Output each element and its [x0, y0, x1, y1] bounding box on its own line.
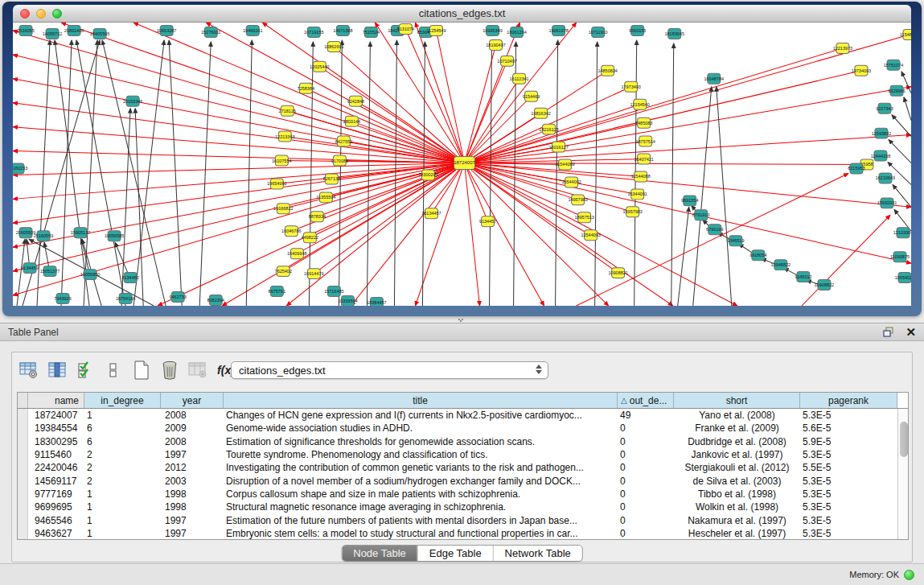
- column-header-title[interactable]: title: [224, 393, 618, 408]
- cell[interactable]: Corpus callosum shape and size in male p…: [224, 488, 618, 500]
- column-header-in_degree[interactable]: in_degree: [84, 393, 161, 408]
- graph-node[interactable]: 16210643: [876, 173, 895, 183]
- cell[interactable]: Wolkin et al. (1998): [674, 501, 800, 513]
- table-row[interactable]: 946362711997Embryonic stem cells: a mode…: [18, 527, 897, 540]
- cell[interactable]: Investigating the contribution of common…: [224, 462, 618, 473]
- table-row[interactable]: 1456911722003Disruption of a novel membe…: [18, 474, 897, 487]
- cell[interactable]: Stergiakouli et al. (2012): [674, 462, 800, 473]
- tab-network-table[interactable]: Network Table: [494, 546, 582, 561]
- cell[interactable]: 18300295: [28, 436, 84, 447]
- graph-node[interactable]: 18757514: [635, 136, 655, 146]
- cell[interactable]: 1: [84, 528, 161, 539]
- graph-node[interactable]: 9227343: [876, 103, 893, 113]
- graph-node[interactable]: 9462733: [169, 292, 186, 303]
- cell[interactable]: Tibbo et al. (1998): [674, 488, 800, 500]
- graph-node[interactable]: 16112341: [510, 73, 529, 84]
- cell[interactable]: 5.3E-5: [800, 501, 897, 513]
- cell[interactable]: 0: [618, 501, 674, 513]
- graph-node[interactable]: 18957513: [574, 212, 593, 223]
- cell[interactable]: Jankovic et al. (1997): [674, 449, 800, 460]
- cell[interactable]: Dudbridge et al. (2008): [674, 436, 800, 447]
- graph-node[interactable]: 9560155: [629, 25, 646, 35]
- table-row[interactable]: 946554611997Estimation of the future num…: [18, 513, 897, 526]
- column-header-short[interactable]: short: [674, 393, 800, 408]
- graph-node[interactable]: 8267130: [323, 174, 340, 184]
- minimize-window-button[interactable]: [36, 9, 46, 19]
- graph-node[interactable]: 10711910: [589, 27, 608, 37]
- cell[interactable]: 2009: [161, 422, 224, 434]
- cell[interactable]: 1998: [161, 488, 224, 500]
- cell[interactable]: 1: [84, 515, 161, 526]
- cell[interactable]: 49: [618, 410, 674, 421]
- graph-node[interactable]: 8215953: [848, 163, 864, 174]
- cell[interactable]: 1997: [161, 515, 224, 526]
- cell[interactable]: Tourette syndrome. Phenomenology and cla…: [224, 449, 618, 460]
- graph-node[interactable]: 15051377: [40, 266, 60, 277]
- graph-node[interactable]: 9891554: [681, 196, 698, 206]
- cell[interactable]: 14569117: [28, 476, 84, 487]
- graph-node[interactable]: 14671388: [333, 25, 352, 35]
- graph-node[interactable]: 2516055: [17, 25, 34, 35]
- table-row[interactable]: 1830029562008Estimation of significance …: [18, 435, 897, 448]
- graph-node[interactable]: 2803144: [343, 116, 360, 126]
- graph-node[interactable]: 12444158: [871, 150, 890, 161]
- graph-node[interactable]: 16544092: [561, 177, 581, 187]
- graph-node[interactable]: 11090875: [890, 252, 910, 262]
- cell[interactable]: 5.9E-5: [800, 436, 897, 447]
- new-column-icon[interactable]: [131, 360, 152, 381]
- graph-node[interactable]: 10954022: [895, 273, 911, 283]
- cell[interactable]: Hescheler et al. (1997): [674, 528, 800, 539]
- cell[interactable]: 2012: [161, 462, 224, 473]
- graph-node[interactable]: 8675791: [269, 286, 285, 297]
- cell[interactable]: 5.6E-5: [800, 422, 897, 434]
- cell[interactable]: 2: [84, 476, 161, 487]
- cell[interactable]: 6: [84, 422, 161, 434]
- cell[interactable]: Structural magnetic resonance image aver…: [224, 501, 618, 513]
- cell[interactable]: 2003: [161, 476, 224, 487]
- tab-node-table[interactable]: Node Table: [342, 546, 418, 561]
- cell[interactable]: 5.3E-5: [800, 488, 897, 500]
- graph-node[interactable]: 4498222: [302, 233, 318, 243]
- cell[interactable]: 5.3E-5: [800, 528, 897, 539]
- graph-node[interactable]: 8131074: [397, 23, 414, 34]
- cell[interactable]: 9115460: [28, 449, 84, 460]
- graph-node[interactable]: 15716485: [324, 286, 343, 297]
- cell[interactable]: 18724007: [28, 410, 84, 421]
- window-titlebar[interactable]: citations_edges.txt: [13, 5, 911, 23]
- graph-node[interactable]: 14055712: [43, 28, 62, 39]
- graph-node[interactable]: 16061264: [507, 27, 526, 37]
- cell[interactable]: 9463627: [28, 528, 84, 539]
- scrollbar-thumb[interactable]: [900, 422, 908, 457]
- cell[interactable]: 19384554: [28, 422, 84, 434]
- graph-node[interactable]: 16914479: [304, 269, 323, 279]
- cell[interactable]: Genome-wide association studies in ADHD.: [224, 422, 618, 434]
- graph-node[interactable]: 15957983: [622, 207, 642, 217]
- cell[interactable]: 1: [84, 410, 161, 421]
- graph-node[interactable]: 8791910: [692, 210, 709, 220]
- cell[interactable]: 9777169: [28, 488, 84, 500]
- show-columns-icon[interactable]: [47, 360, 68, 381]
- citation-network-graph[interactable]: 2516055 14055712 20891406 18405565 10653…: [13, 23, 911, 306]
- panel-splitter[interactable]: [0, 316, 924, 323]
- graph-node[interactable]: 11548408: [900, 29, 911, 39]
- graph-node[interactable]: 8134460: [121, 273, 138, 283]
- graph-node[interactable]: 12103304: [893, 228, 911, 238]
- table-selector-dropdown[interactable]: citations_edges.txt: [231, 361, 548, 379]
- graph-node[interactable]: 10653287: [157, 25, 176, 35]
- graph-node[interactable]: 20160233: [13, 163, 27, 174]
- cell[interactable]: Nakamura et al. (1997): [674, 515, 800, 526]
- cell[interactable]: 1: [84, 488, 161, 500]
- graph-node[interactable]: 18216125: [539, 124, 558, 134]
- cell[interactable]: 0: [618, 462, 674, 473]
- graph-node[interactable]: 20153346: [123, 96, 142, 106]
- cell[interactable]: 0: [618, 422, 674, 434]
- cell[interactable]: 9465546: [28, 515, 84, 526]
- graph-node[interactable]: 16648784: [704, 73, 724, 84]
- graph-node[interactable]: 14850834: [598, 65, 617, 76]
- graph-node[interactable]: 8082394: [207, 295, 224, 306]
- cell[interactable]: 0: [618, 488, 674, 500]
- cell[interactable]: Estimation of the future numbers of pati…: [224, 515, 618, 526]
- cell[interactable]: Disruption of a novel member of a sodium…: [224, 476, 618, 487]
- graph-node[interactable]: 10710497: [497, 56, 516, 66]
- graph-node[interactable]: 19466161: [243, 25, 262, 35]
